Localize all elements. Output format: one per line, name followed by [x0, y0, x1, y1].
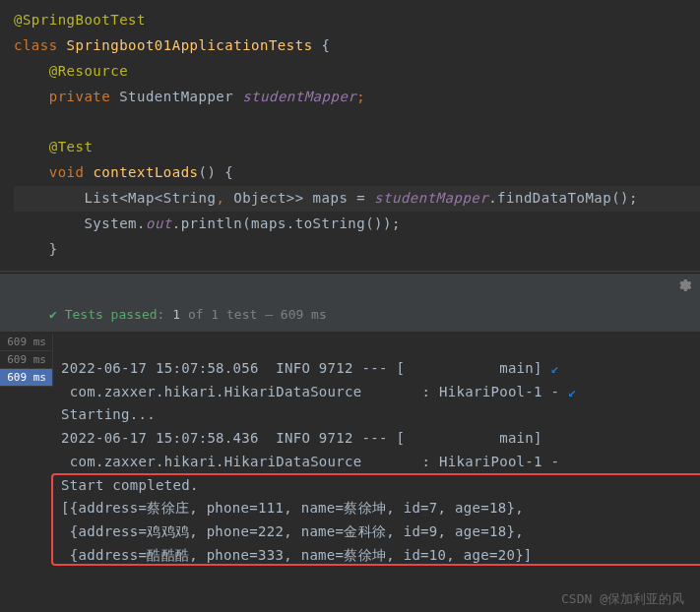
console-line: [{address=蔡徐庄, phone=111, name=蔡徐坤, id=7…: [61, 500, 533, 516]
console-line: 2022-06-17 15:07:58.436 INFO 9712 --- [ …: [61, 430, 542, 446]
gutter-duration[interactable]: 609 ms: [0, 369, 53, 387]
code-line: @Resource: [14, 59, 700, 85]
console-line: com.zaxxer.hikari.HikariDataSource : Hik…: [61, 454, 568, 469]
console-panel: 609 ms 609 ms 609 ms 2022-06-17 15:07:58…: [0, 332, 700, 612]
code-line: class Springboot01ApplicationTests {: [14, 33, 700, 59]
console-line: {address=鸡鸡鸡, phone=222, name=金科徐, id=9,…: [61, 523, 533, 539]
status-label: Tests passed:: [65, 307, 173, 322]
watermark: CSDN @保加利亚的风: [561, 590, 684, 608]
console-line: {address=酷酷酷, phone=333, name=蔡徐坤, id=10…: [61, 547, 533, 563]
wrap-arrow-icon: ↙: [551, 360, 560, 376]
code-line: private StudentMapper studentMapper;: [14, 85, 700, 110]
code-line: void contextLoads() {: [14, 160, 700, 186]
test-status-bar: ✔ Tests passed: 1 of 1 test – 609 ms: [0, 301, 700, 332]
code-line: }: [14, 237, 700, 263]
code-line: [14, 110, 700, 136]
code-line: @Test: [14, 135, 700, 160]
code-line: List<Map<String, Object>> maps = student…: [14, 186, 700, 212]
status-count: 1: [172, 307, 180, 322]
gutter-duration[interactable]: 609 ms: [0, 334, 53, 351]
console-line: Start completed.: [61, 477, 199, 493]
console-line: com.zaxxer.hikari.HikariDataSource : Hik…: [61, 384, 568, 399]
test-toolbar: [0, 274, 700, 301]
wrap-arrow-icon: ↙: [568, 384, 577, 399]
console-line: 2022-06-17 15:07:58.056 INFO 9712 --- [ …: [61, 360, 551, 376]
code-editor[interactable]: @SpringBootTest class Springboot01Applic…: [0, 0, 700, 271]
console-output[interactable]: 2022-06-17 15:07:58.056 INFO 9712 --- [ …: [53, 332, 700, 612]
annotation: @SpringBootTest: [14, 12, 146, 28]
gear-icon[interactable]: [676, 277, 692, 296]
code-line: System.out.println(maps.toString());: [14, 212, 700, 237]
console-line: Starting...: [61, 406, 156, 422]
checkmark-icon: ✔: [49, 307, 57, 322]
test-duration-gutter[interactable]: 609 ms 609 ms 609 ms: [0, 332, 53, 612]
code-line: @SpringBootTest: [14, 8, 700, 33]
gutter-duration[interactable]: 609 ms: [0, 351, 53, 369]
status-of: of 1 test – 609 ms: [188, 307, 327, 322]
